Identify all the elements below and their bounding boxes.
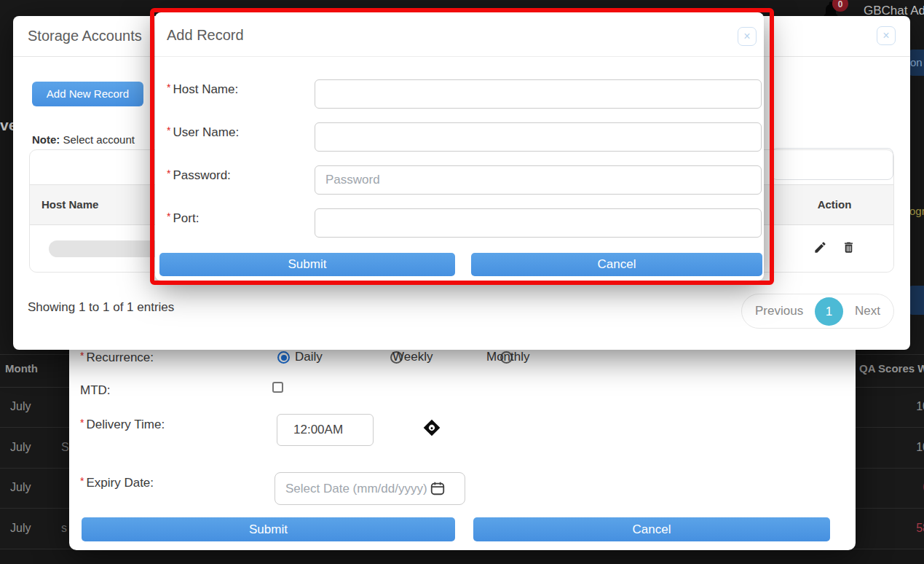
mtd-checkbox[interactable] (272, 382, 283, 393)
required-mark: * (80, 417, 84, 428)
delete-icon[interactable] (842, 240, 856, 254)
note-label: Note: (32, 133, 60, 146)
qa-scores-column-header: QA Scores W (859, 362, 924, 375)
schedule-submit-button[interactable]: Submit (82, 517, 455, 541)
schedule-cancel-button[interactable]: Cancel (473, 517, 830, 541)
close-icon[interactable]: × (877, 26, 896, 45)
user-name-label: *User Name: (167, 125, 239, 140)
background-button-fragment[interactable]: on (908, 50, 924, 76)
score-cell: 58 (894, 522, 924, 535)
user-name-input[interactable] (315, 122, 762, 152)
schedule-form-modal: *Recurrence: Daily Weekly Monthly MTD: *… (69, 326, 856, 550)
add-new-record-button[interactable]: Add New Record (32, 82, 143, 106)
radio-daily-label[interactable]: Daily (295, 350, 323, 364)
add-record-cancel-button[interactable]: Cancel (471, 253, 762, 276)
pagination: Previous 1 Next (741, 294, 894, 329)
month-cell: July (10, 522, 31, 535)
previous-page-button[interactable]: Previous (755, 304, 803, 318)
password-label: *Password: (167, 168, 231, 183)
add-record-submit-button[interactable]: Submit (159, 253, 455, 276)
score-cell: 6 (894, 481, 924, 494)
required-mark: * (167, 82, 170, 93)
add-record-header: Add Record × (155, 12, 764, 57)
delivery-time-input[interactable] (277, 414, 374, 446)
required-mark: * (167, 125, 170, 136)
host-name-column-header: Host Name (42, 198, 98, 211)
score-cell: 10 (894, 441, 924, 454)
port-label: *Port: (167, 211, 199, 226)
score-cell: 10 (894, 400, 924, 413)
month-cell: July (10, 441, 31, 454)
add-record-title: Add Record (167, 27, 244, 44)
calendar-icon[interactable] (430, 480, 446, 499)
notification-badge: 0 (832, 0, 848, 12)
recurrence-label: *Recurrence: (80, 350, 154, 365)
close-icon[interactable]: × (738, 27, 757, 46)
radio-daily[interactable] (277, 351, 290, 364)
action-column-header: Action (775, 198, 893, 211)
mid-cell: S (61, 441, 69, 454)
port-input[interactable] (315, 208, 762, 238)
radio-weekly-label[interactable]: Weekly (392, 350, 433, 364)
required-mark: * (80, 350, 84, 361)
host-name-input[interactable] (315, 79, 762, 109)
delivery-time-label: *Delivery Time: (80, 417, 165, 432)
radio-monthly-label[interactable]: Monthly (486, 350, 530, 364)
mtd-label: MTD: (80, 383, 111, 398)
background-blue-button-fragment[interactable] (908, 286, 924, 315)
time-picker-icon[interactable] (424, 420, 441, 436)
page-1-button[interactable]: 1 (815, 297, 843, 326)
storage-modal-title: Storage Accounts (28, 28, 142, 44)
background-link-fragment: ogr (909, 205, 924, 217)
note-text: Note: Select account (32, 133, 135, 146)
background-band (0, 549, 924, 564)
required-mark: * (167, 211, 170, 222)
next-page-button[interactable]: Next (855, 304, 880, 318)
expiry-date-label: *Expiry Date: (80, 475, 154, 490)
month-cell: July (10, 400, 31, 413)
host-name-redacted-value (49, 240, 163, 257)
month-cell: July (10, 481, 31, 494)
month-column-header: Month (5, 362, 38, 375)
host-name-label: *Host Name: (167, 82, 238, 97)
edit-icon[interactable] (813, 240, 827, 254)
mid-cell: s (61, 522, 69, 535)
showing-entries-text: Showing 1 to 1 of 1 entries (28, 300, 174, 315)
required-mark: * (80, 475, 84, 487)
password-input[interactable] (315, 165, 762, 195)
required-mark: * (167, 168, 170, 179)
add-record-modal: Add Record × *Host Name: *User Name: *Pa… (155, 12, 764, 281)
